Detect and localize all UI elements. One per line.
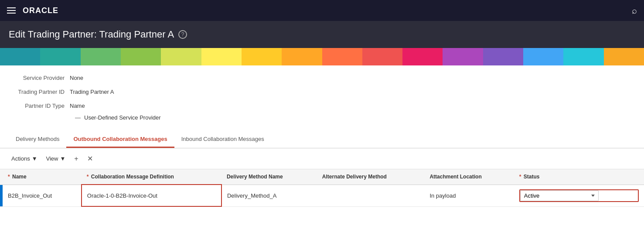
tabs-bar: Delivery Methods Outbound Collaboration … [0, 131, 644, 148]
cell-delivery-method-name: Delivery_Method_A [221, 185, 317, 206]
partner-id-type-row: Partner ID Type Name [9, 100, 635, 111]
col-header-delivery-method-name: Delivery Method Name [221, 169, 317, 185]
image-segment-7 [242, 48, 282, 65]
col-header-attachment-location: Attachment Location [424, 169, 514, 185]
trading-partner-id-row: Trading Partner ID Trading Partner A [9, 86, 635, 97]
name-required-star: * [8, 174, 10, 180]
outbound-messages-table: * Name * Collaboration Message Definitio… [0, 169, 644, 207]
actions-dropdown-icon: ▼ [32, 155, 37, 162]
cmd-required-star: * [87, 174, 89, 180]
cell-status[interactable]: Active Inactive [514, 185, 644, 206]
view-dropdown-icon: ▼ [60, 155, 65, 162]
actions-button[interactable]: Actions ▼ [9, 154, 40, 164]
image-segment-11 [402, 48, 443, 65]
hamburger-menu-icon[interactable] [7, 7, 16, 14]
trading-partner-id-label: Trading Partner ID [9, 89, 70, 95]
col-header-alternate-delivery-method: Alternate Delivery Method [317, 169, 425, 185]
actions-label: Actions [11, 155, 30, 162]
image-segment-9 [322, 48, 362, 65]
add-button[interactable]: + [72, 153, 81, 164]
page-title: Edit Trading Partner: Trading Partner A [9, 29, 174, 40]
status-required-star: * [519, 174, 521, 180]
search-icon[interactable]: ⌕ [632, 6, 637, 16]
image-segment-12 [443, 48, 483, 65]
service-provider-value: None [70, 75, 83, 81]
image-segment-14 [523, 48, 563, 65]
image-segment-1 [0, 48, 40, 65]
partner-id-type-label: Partner ID Type [9, 103, 70, 109]
col-header-name: * Name [3, 169, 82, 185]
image-segment-15 [563, 48, 603, 65]
tab-outbound-collaboration-messages[interactable]: Outbound Collaboration Messages [66, 131, 174, 148]
service-provider-row: Service Provider None [9, 72, 635, 83]
toolbar: Actions ▼ View ▼ + ✕ [0, 148, 644, 169]
image-segment-6 [201, 48, 242, 65]
title-bar: Edit Trading Partner: Trading Partner A … [0, 21, 644, 48]
form-area: Service Provider None Trading Partner ID… [0, 65, 644, 126]
image-segment-13 [483, 48, 523, 65]
delete-button[interactable]: ✕ [85, 153, 95, 164]
cell-attachment-location: In payload [424, 185, 514, 206]
partner-id-type-value: Name [70, 103, 85, 109]
cell-collaboration-message-definition[interactable]: Oracle-1-0-B2B-Invoice-Out [82, 185, 221, 206]
user-defined-value: User-Defined Service Provider [84, 114, 161, 121]
tab-delivery-methods[interactable]: Delivery Methods [9, 131, 66, 148]
status-select[interactable]: Active Inactive [520, 190, 599, 201]
table-row: B2B_Invoice_Out Oracle-1-0-B2B-Invoice-O… [0, 185, 644, 206]
col-header-status: * Status [514, 169, 644, 185]
service-provider-label: Service Provider [9, 75, 70, 81]
col-header-cmd: * Collaboration Message Definition [82, 169, 221, 185]
image-segment-10 [362, 48, 402, 65]
oracle-logo: ORACLE [23, 6, 58, 15]
cell-name: B2B_Invoice_Out [3, 185, 82, 206]
image-segment-8 [282, 48, 322, 65]
cell-alternate-delivery-method [317, 185, 425, 206]
image-segment-4 [121, 48, 161, 65]
user-defined-row: — User-Defined Service Provider [9, 114, 635, 121]
table-header-row: * Name * Collaboration Message Definitio… [0, 169, 644, 185]
view-label: View [46, 155, 58, 162]
image-segment-3 [81, 48, 121, 65]
image-segment-5 [161, 48, 201, 65]
view-button[interactable]: View ▼ [44, 154, 68, 164]
decorative-image-bar [0, 48, 644, 65]
trading-partner-id-value: Trading Partner A [70, 89, 114, 95]
image-segment-2 [40, 48, 80, 65]
status-select-wrapper: Active Inactive [519, 189, 639, 202]
image-segment-16 [604, 48, 644, 65]
tab-inbound-collaboration-messages[interactable]: Inbound Collaboration Messages [174, 131, 271, 148]
dash-icon: — [75, 114, 81, 121]
top-navigation-bar: ORACLE ⌕ [0, 0, 644, 21]
help-icon[interactable]: ? [178, 30, 187, 39]
top-bar-left: ORACLE [7, 6, 58, 15]
